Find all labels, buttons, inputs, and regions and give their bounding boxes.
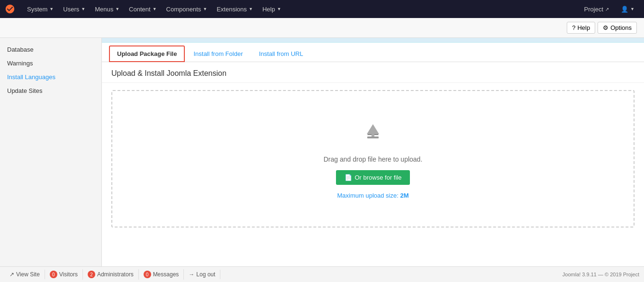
chevron-down-icon: ▼ (49, 7, 54, 11)
nav-components[interactable]: Components ▼ (162, 0, 212, 18)
question-icon: ? (572, 24, 575, 31)
nav-menus[interactable]: Menus ▼ (90, 0, 124, 18)
nav-system[interactable]: System ▼ (22, 0, 58, 18)
nav-content[interactable]: Content ▼ (124, 0, 161, 18)
chevron-down-icon: ▼ (153, 7, 157, 11)
drag-drop-text: Drag and drop file here to upload. (324, 155, 423, 163)
footer-visitors[interactable]: 0 Visitors (45, 269, 83, 280)
section-title: Upload & Install Joomla Extension (102, 62, 644, 83)
browse-file-button[interactable]: 📄 Or browse for file (336, 170, 410, 185)
sidebar-item-update-sites[interactable]: Update Sites (0, 84, 101, 98)
main-content: Upload Package File Install from Folder … (102, 38, 644, 266)
max-upload-size: Maximum upload size: 2M (337, 192, 408, 199)
external-link-icon: ↗ (605, 7, 609, 12)
svg-rect-4 (372, 130, 374, 136)
chevron-down-icon: ▼ (249, 7, 253, 11)
nav-user[interactable]: 👤 ▼ (616, 0, 639, 18)
administrators-badge: 2 (88, 271, 95, 278)
nav-right: Project ↗ 👤 ▼ (580, 0, 639, 18)
sidebar-item-warnings[interactable]: Warnings (0, 56, 101, 70)
footer: ↗ View Site 0 Visitors 2 Administrators … (0, 266, 644, 282)
messages-badge: 0 (144, 271, 151, 278)
footer-logout[interactable]: → Log out (184, 270, 220, 279)
file-icon: 📄 (345, 174, 352, 181)
visitors-badge: 0 (50, 271, 57, 278)
footer-messages[interactable]: 0 Messages (139, 269, 184, 280)
nav-help[interactable]: Help ▼ (258, 0, 286, 18)
external-icon: ↗ (9, 271, 14, 278)
tabs-bar: Upload Package File Install from Folder … (102, 45, 644, 62)
blue-bar (102, 38, 644, 43)
sidebar-item-database[interactable]: Database (0, 43, 101, 56)
footer-version: Joomla! 3.9.11 — © 2019 Project (562, 272, 639, 277)
toolbar: ? Help ⚙ Options (0, 18, 644, 38)
chevron-down-icon: ▼ (81, 7, 85, 11)
nav-extensions[interactable]: Extensions ▼ (212, 0, 258, 18)
chevron-down-icon: ▼ (630, 7, 635, 11)
nav-users[interactable]: Users ▼ (58, 0, 90, 18)
sidebar: Database Warnings Install Languages Upda… (0, 38, 102, 266)
chevron-down-icon: ▼ (115, 7, 119, 11)
tab-install-folder[interactable]: Install from Folder (186, 46, 250, 62)
help-button[interactable]: ? Help (567, 22, 595, 34)
options-button[interactable]: ⚙ Options (598, 22, 637, 34)
navbar: System ▼ Users ▼ Menus ▼ Content ▼ Compo… (0, 0, 644, 18)
nav-project[interactable]: Project ↗ (580, 0, 614, 18)
signout-icon: → (189, 271, 194, 278)
footer-view-site[interactable]: ↗ View Site (5, 270, 45, 279)
upload-icon (359, 118, 387, 148)
content-wrapper: Database Warnings Install Languages Upda… (0, 38, 644, 266)
brand-logo[interactable] (5, 4, 15, 14)
sidebar-item-install-languages[interactable]: Install Languages (0, 70, 101, 84)
gear-icon: ⚙ (603, 24, 608, 31)
user-icon: 👤 (621, 6, 628, 13)
svg-rect-5 (367, 136, 379, 138)
tab-upload-package[interactable]: Upload Package File (109, 45, 185, 62)
chevron-down-icon: ▼ (203, 7, 207, 11)
footer-administrators[interactable]: 2 Administrators (83, 269, 139, 280)
tab-install-url[interactable]: Install from URL (251, 46, 310, 62)
upload-drop-zone[interactable]: Drag and drop file here to upload. 📄 Or … (111, 90, 635, 227)
chevron-down-icon: ▼ (277, 7, 281, 11)
